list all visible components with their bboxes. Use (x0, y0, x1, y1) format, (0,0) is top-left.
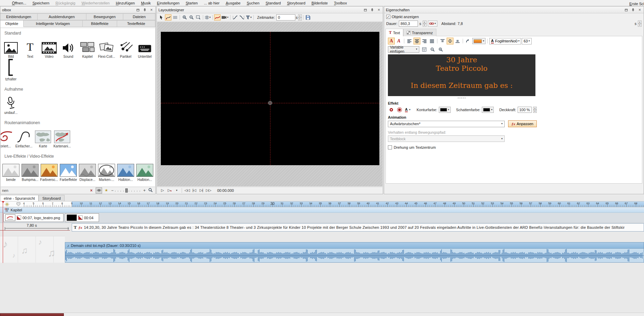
clip-logo-teatro[interactable]: 00:07, logo_teatro.png (3, 213, 64, 222)
toolbox-item-halbton[interactable]: Halbton... (116, 160, 135, 182)
toolbox-item-bumpma[interactable]: Bumpma... (20, 160, 40, 182)
show-guides-toggle[interactable] (172, 14, 178, 21)
music-clip[interactable]: ♪ Demain cést toi.mp3 (Dauer: 03:30/210 … (65, 242, 644, 263)
zeitmarke-input[interactable]: 0 (276, 14, 295, 21)
italic-button[interactable]: A (395, 38, 402, 44)
fade-in-curve-button[interactable] (232, 14, 238, 21)
menu-item-erste-schritte[interactable]: Erste Schritte (626, 1, 644, 6)
zoom-fit-button[interactable] (195, 14, 201, 21)
font-family-dropdown[interactable]: AFoglihtenNo0▾ (489, 38, 521, 44)
tab-transparenz[interactable]: Transparenz (403, 29, 436, 36)
abstand-spinner[interactable]: ▲▼ (638, 21, 642, 27)
toolbox-item-untertitel[interactable]: Untertitel (135, 37, 154, 58)
deckkraft-input[interactable]: 100 % (518, 107, 532, 113)
toolbox-item-bende[interactable]: bende (1, 160, 20, 182)
playhead-handle-icon[interactable] (16, 202, 20, 206)
toolbox-item-marken[interactable]: Marken-... (97, 160, 116, 182)
text-color-dropdown[interactable]: ▾ (472, 38, 486, 44)
text-clip[interactable]: T ƒx 14:20,30, 30 Jahre Teatro Piccolo I… (72, 223, 644, 232)
objekt-anzeigen-checkbox[interactable]: ✓ (386, 15, 390, 19)
menu-item-ausgabe[interactable]: Ausgabe (223, 0, 243, 6)
deckkraft-spinner[interactable]: ▲▼ (533, 107, 537, 113)
float-window-icon[interactable] (136, 8, 140, 12)
anpassen-button[interactable]: ƒxAnpassen (508, 120, 537, 127)
toolbox-item-bild[interactable]: Bild (1, 37, 20, 58)
menu-item-r-ckg-ngig[interactable]: Rückgängig (53, 0, 79, 6)
layout-grid-button[interactable] (421, 46, 428, 53)
valign-bottom-button[interactable] (454, 38, 461, 44)
toolbox-item-farbeffekte[interactable]: Farbeffekte (59, 160, 78, 182)
close-preview-button[interactable]: × (88, 187, 95, 194)
outline-effect-button[interactable] (388, 106, 395, 113)
konturfarbe-swatch[interactable]: ▾ (439, 107, 451, 113)
motion-path-curve-button[interactable] (214, 14, 221, 21)
toolbox-item-tzhalter[interactable]: tzhalter (1, 60, 20, 81)
menu-item-starten[interactable]: Starten (183, 0, 201, 6)
menu-item-bilderliste[interactable]: Bilderliste (308, 0, 331, 6)
abstand-value[interactable]: 7,8 (458, 22, 463, 26)
pin-icon[interactable] (631, 8, 635, 12)
timeline-ruler[interactable]: 4567891011121314151617181920212223242526… (0, 201, 644, 207)
toolbox-item-karte[interactable]: Karte (33, 127, 53, 148)
menu-item-speichern[interactable]: Speichern (29, 0, 53, 6)
skip-start-button[interactable]: ◁◁ (184, 187, 190, 194)
drehung-checkbox[interactable] (388, 145, 392, 149)
toolbox-tab-objekte[interactable]: Objekte (0, 20, 24, 27)
kapitel-track[interactable]: Kapitel (0, 207, 644, 213)
magnifier-button[interactable] (147, 187, 154, 194)
grid-dropdown[interactable]: ▾ (205, 14, 211, 21)
center-handle[interactable] (268, 101, 272, 105)
toolbox-tab-bewegungen[interactable]: Bewegungen (86, 13, 124, 20)
zoom-in-button[interactable] (181, 14, 188, 21)
play-from-here-button[interactable]: ▷● (166, 187, 173, 194)
menu-item-hinzuf-gen[interactable]: Hinzufügen (113, 0, 138, 6)
menu-item-suchen[interactable]: Suchen (243, 0, 262, 6)
toolbox-item-farbversc[interactable]: Farbversc... (40, 160, 59, 182)
text-preview[interactable]: 30 Jahre Teatro Piccolo In diesem Zeitra… (388, 54, 535, 96)
menu-item-toolbox[interactable]: Toolbox (331, 0, 350, 6)
playhead[interactable] (3, 201, 3, 263)
toolbox-item-einfacher[interactable]: Einfacher... (14, 127, 33, 148)
menu-item-ffnen[interactable]: Öffnen... (9, 0, 29, 6)
float-window-icon[interactable] (624, 8, 628, 12)
preview-zoom-out-button[interactable] (429, 46, 436, 53)
schattenfarbe-swatch[interactable]: ▾ (482, 107, 494, 113)
font-size-dropdown[interactable]: 63▾ (522, 38, 531, 44)
toolbox-item-sound[interactable]: Sound (59, 37, 78, 58)
pin-icon[interactable] (142, 8, 147, 12)
play-options-dropdown[interactable]: ▾ (173, 187, 180, 194)
next-frame-button[interactable]: ▷| (198, 187, 205, 194)
menu-item-storyboard[interactable]: Storyboard (284, 0, 308, 6)
toolbox-item-koriert[interactable]: koriert... (1, 127, 14, 148)
preview-eye-toggle[interactable] (96, 187, 102, 194)
camera-pan-button[interactable]: ▾ (221, 14, 229, 21)
thumbnail-size-slider[interactable] (115, 188, 142, 193)
view-filter-dropdown[interactable]: ▾ (246, 14, 252, 21)
slide-canvas[interactable] (161, 32, 379, 165)
tab-storyboard[interactable]: Storyboard (39, 195, 65, 201)
variable-insert-dropdown[interactable]: Variable einfügen▾ (388, 46, 419, 53)
slider-thumb[interactable] (125, 188, 128, 193)
dauer-spinner[interactable]: ▲▼ (423, 21, 426, 27)
scrollbar-thumb[interactable] (0, 313, 64, 316)
toolbox-item-video[interactable]: Video (40, 37, 59, 58)
toolbox-item-kartenani[interactable]: Kartenani... (53, 127, 72, 148)
close-icon[interactable]: × (149, 8, 154, 12)
clip-black[interactable]: 00:04 (65, 213, 99, 222)
menu-item-standard[interactable]: Standard (263, 0, 284, 6)
play-button[interactable]: ▷ (159, 187, 166, 194)
tab-text[interactable]: TText (386, 29, 403, 36)
dauer-input[interactable]: 860,3 (399, 21, 418, 27)
toolbox-tab-texteffekte[interactable]: Texteffekte (117, 20, 155, 27)
toolbox-tab-intelligente-vorlagen[interactable]: Intelligente Vorlagen (24, 20, 83, 27)
prev-frame-button[interactable]: |◁ (191, 187, 197, 194)
menu-item-wiederherstellen[interactable]: Wiederherstellen (79, 0, 113, 6)
animation-dropdown[interactable]: Aufwärtsrutschen*▾ (388, 121, 505, 127)
valign-middle-button[interactable] (447, 38, 453, 44)
text-orientation-button[interactable] (465, 38, 472, 44)
keyframe-marker-icon[interactable] (5, 202, 9, 207)
font-color-button[interactable]: A (388, 38, 395, 44)
preview-resize-grip[interactable] (388, 97, 535, 99)
toolbox-item-undauf[interactable]: undauf... (1, 93, 20, 115)
fade-out-curve-button[interactable] (239, 14, 245, 21)
